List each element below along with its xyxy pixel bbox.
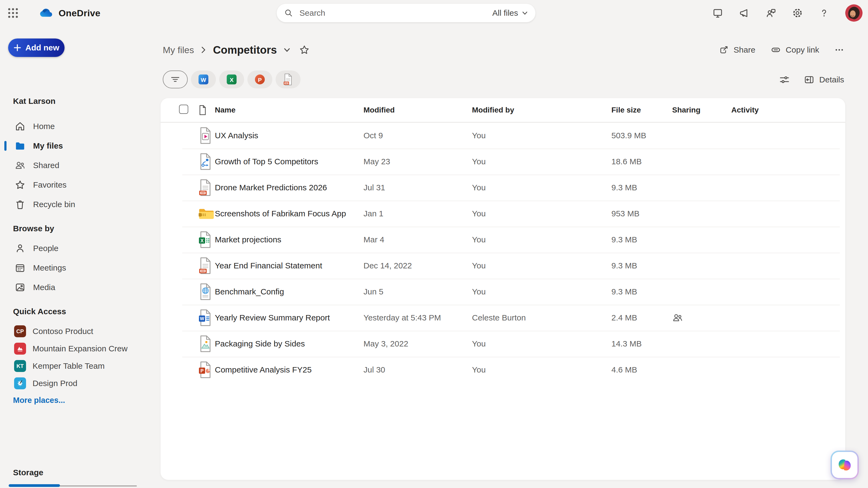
select-all-checkbox[interactable] [179, 105, 188, 114]
file-modified: Oct 9 [364, 131, 472, 140]
storage-meter-fill [9, 484, 60, 487]
search-input[interactable] [299, 8, 492, 18]
file-size: 503.9 MB [611, 131, 672, 140]
more-places-link[interactable]: More places... [13, 396, 65, 405]
settings-icon[interactable] [792, 8, 803, 19]
sidebar-item-media[interactable]: Media [0, 278, 157, 297]
table-row[interactable]: Yearly Review Summary Report Yesterday a… [161, 305, 845, 331]
search-icon [284, 9, 293, 18]
table-row[interactable]: Year End Financial Statement Dec 14, 202… [161, 253, 845, 279]
file-modified: Jul 31 [364, 183, 472, 192]
file-name[interactable]: Screenshots of Fabrikam Focus App [215, 209, 364, 218]
flower-icon [14, 378, 26, 389]
table-row[interactable]: Drone Market Predictions 2026 Jul 31 You… [161, 174, 845, 201]
pdf-filter-icon [283, 73, 293, 86]
file-name[interactable]: UX Analysis [215, 131, 364, 140]
column-header-modified[interactable]: Modified [364, 106, 472, 115]
word-filter-button[interactable]: W [191, 70, 216, 88]
copy-link-button[interactable]: Copy link [771, 45, 819, 55]
sidebar-item-favorites[interactable]: Favorites [0, 175, 157, 195]
column-header-file-size[interactable]: File size [611, 106, 672, 115]
column-header-name[interactable]: Name [215, 106, 364, 115]
app-launcher-icon[interactable] [8, 8, 19, 19]
word-filter-icon: W [198, 74, 209, 85]
onedrive-brand[interactable]: OneDrive [38, 0, 100, 26]
community-icon[interactable] [766, 8, 776, 19]
sidebar-item-people[interactable]: People [0, 238, 157, 258]
table-row[interactable]: Growth of Top 5 Competitors May 23 You 1… [161, 149, 845, 174]
file-name[interactable]: Drone Market Predictions 2026 [215, 183, 364, 192]
svg-text:W: W [201, 77, 206, 83]
table-header: Name Modified Modified by File size Shar… [161, 98, 845, 123]
sidebar-item-meetings[interactable]: Meetings [0, 258, 157, 278]
breadcrumb-parent[interactable]: My files [163, 45, 194, 55]
column-header-sharing[interactable]: Sharing [672, 106, 731, 115]
quick-access-kemper-table-team[interactable]: KT Kemper Table Team [0, 357, 157, 375]
search-scope-dropdown[interactable]: All files [492, 8, 528, 18]
file-size: 18.6 MB [611, 157, 672, 166]
file-name[interactable]: Packaging Side by Sides [215, 339, 364, 348]
storage-section: Storage 400 GB used of 1 TB (40%) [9, 468, 137, 488]
file-name[interactable]: Competitive Analysis FY25 [215, 365, 364, 375]
megaphone-icon[interactable] [739, 8, 750, 19]
file-name[interactable]: Growth of Top 5 Competitors [215, 157, 364, 166]
chevron-down-icon[interactable] [283, 46, 290, 54]
trash-icon [14, 199, 26, 210]
sidebar-item-recycle-bin[interactable]: Recycle bin [0, 195, 157, 214]
breadcrumb-current[interactable]: Competitors [213, 44, 277, 56]
share-button[interactable]: Share [719, 45, 755, 55]
sidebar-item-my-files[interactable]: My files [0, 136, 157, 156]
top-bar: OneDrive All files [0, 0, 868, 26]
sliders-icon[interactable] [779, 74, 790, 85]
sidebar-item-label: People [33, 244, 58, 253]
file-name[interactable]: Benchmark_Config [215, 287, 364, 296]
excel-filter-button[interactable]: X [219, 70, 244, 88]
file-name[interactable]: Year End Financial Statement [215, 261, 364, 270]
more-options-icon[interactable] [834, 45, 844, 55]
quick-access-contoso-product[interactable]: CP Contoso Product [0, 323, 157, 340]
view-controls: Details [779, 70, 844, 89]
sidebar-item-shared[interactable]: Shared [0, 156, 157, 175]
html-file-icon [198, 283, 212, 300]
excel-file-icon [198, 231, 212, 248]
table-row[interactable]: Benchmark_Config Jun 5 You 9.3 MB [161, 279, 845, 305]
help-icon[interactable] [818, 8, 830, 19]
column-header-activity[interactable]: Activity [731, 106, 845, 115]
quick-access-design-prod[interactable]: Design Prod [0, 375, 157, 392]
add-new-button[interactable]: Add new [8, 38, 65, 57]
table-row[interactable]: Packaging Side by Sides May 3, 2022 You … [161, 331, 845, 357]
sidebar-item-label: My files [33, 141, 63, 151]
screen-share-icon[interactable] [712, 8, 723, 19]
quick-access-mountain-expansion-crew[interactable]: Mountain Expansion Crew [0, 340, 157, 357]
file-modified: Yesterday at 5:43 PM [364, 313, 472, 322]
file-name[interactable]: Yearly Review Summary Report [215, 313, 364, 322]
details-button[interactable]: Details [804, 74, 844, 85]
svg-text:P: P [258, 77, 262, 83]
sidebar-item-home[interactable]: Home [0, 117, 157, 136]
search-bar[interactable]: All files [277, 4, 535, 22]
onedrive-logo-icon [38, 8, 54, 18]
filter-button[interactable] [163, 70, 188, 88]
file-name[interactable]: Market projections [215, 235, 364, 244]
image-file-icon [198, 335, 212, 352]
table-row[interactable]: Market projections Mar 4 You 9.3 MB [161, 227, 845, 253]
shared-people-icon[interactable] [672, 312, 683, 323]
powerpoint-filter-button[interactable]: P [247, 70, 272, 88]
table-row[interactable]: Competitive Analysis FY25 Jul 30 You 4.6… [161, 357, 845, 383]
column-header-modified-by[interactable]: Modified by [472, 106, 611, 115]
table-row[interactable]: Screenshots of Fabrikam Focus App Jan 1 … [161, 201, 845, 227]
quick-access-label: Mountain Expansion Crew [33, 344, 127, 353]
pdf-file-icon [198, 179, 212, 196]
person-icon [14, 243, 26, 254]
sidebar-item-label: Recycle bin [33, 200, 75, 209]
favorite-star-icon[interactable] [299, 45, 310, 55]
table-row[interactable]: UX Analysis Oct 9 You 503.9 MB [161, 123, 845, 149]
user-avatar[interactable] [845, 4, 863, 22]
copilot-button[interactable] [831, 451, 859, 479]
pdf-filter-button[interactable] [276, 70, 301, 88]
pdf-file-icon [198, 257, 212, 274]
file-modified-by: You [472, 339, 611, 348]
search-scope-label: All files [492, 8, 518, 18]
file-list-card: Name Modified Modified by File size Shar… [161, 98, 845, 480]
file-type-column-icon[interactable] [198, 105, 207, 115]
